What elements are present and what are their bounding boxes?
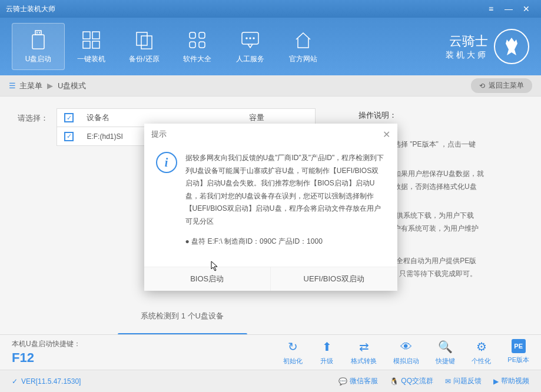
modal-close-button[interactable]: ✕ bbox=[383, 129, 390, 140]
uefi-bios-boot-button[interactable]: UEFI/BIOS双启动 bbox=[271, 267, 397, 291]
modal-message: 据较多网友向我们反馈的U盘"厂商ID"及"产品ID"，程序检测到下列U盘设备可能… bbox=[185, 152, 386, 228]
modal-detail: ● 盘符 E:F:\ 制造商ID：090C 产品ID：1000 bbox=[185, 235, 386, 248]
modal-overlay: 提示 ✕ i 据较多网友向我们反馈的U盘"厂商ID"及"产品ID"，程序检测到下… bbox=[0, 0, 541, 392]
modal-title: 提示 bbox=[151, 129, 167, 139]
modal-text: 据较多网友向我们反馈的U盘"厂商ID"及"产品ID"，程序检测到下列U盘设备可能… bbox=[185, 152, 386, 255]
modal-header: 提示 ✕ bbox=[144, 124, 397, 145]
modal-body: i 据较多网友向我们反馈的U盘"厂商ID"及"产品ID"，程序检测到下列U盘设备… bbox=[144, 145, 397, 267]
modal-dialog: 提示 ✕ i 据较多网友向我们反馈的U盘"厂商ID"及"产品ID"，程序检测到下… bbox=[144, 124, 397, 291]
bios-boot-button[interactable]: BIOS启动 bbox=[144, 267, 271, 291]
modal-footer: BIOS启动 UEFI/BIOS双启动 bbox=[144, 267, 397, 291]
info-icon: i bbox=[156, 152, 177, 173]
